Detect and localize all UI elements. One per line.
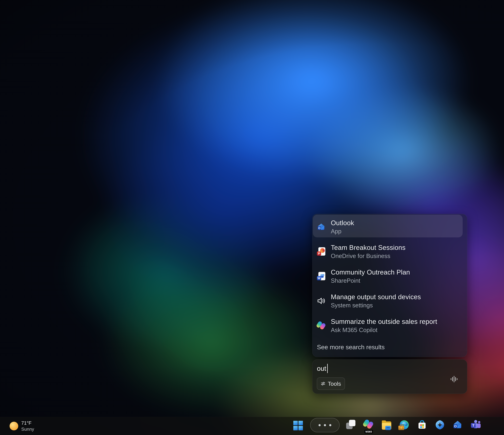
microsoft-store-icon [417,420,427,430]
microsoft-store-button[interactable] [417,420,427,430]
outlook-logo-letter: O [454,424,457,428]
task-view-icon [346,420,356,430]
speaker-icon [317,296,326,305]
search-result-manage-output-sound-devices[interactable]: Manage output sound devices System setti… [313,288,467,313]
result-title: Community Outreach Plan [331,268,410,276]
search-dot [329,424,331,426]
search-dot [319,424,321,426]
outlook-logo-letter: O [318,226,321,230]
teams-logo-letter: T [471,423,476,428]
sparkle-swirl-icon [435,420,445,430]
m365-copilot-app-button[interactable]: M365 [363,419,374,433]
voice-waveform-icon[interactable] [451,376,457,382]
search-result-community-outreach-plan[interactable]: W Community Outreach Plan SharePoint [313,264,467,288]
tools-button-label: Tools [328,380,341,387]
copilot-icon [317,321,326,330]
teams-icon: T [470,420,481,430]
search-input-value: out [317,365,326,372]
teams-button[interactable]: T [470,420,481,430]
result-title: Summarize the outside sales report [331,318,437,325]
result-title: Manage output sound devices [331,293,421,301]
result-title: Outlook [331,219,354,227]
outlook-icon: O [453,420,463,430]
word-logo-letter: W [317,276,321,280]
search-result-team-breakout-sessions[interactable]: P Team Breakout Sessions OneDrive for Bu… [313,239,467,264]
result-subtitle: OneDrive for Business [331,252,405,259]
sun-icon [9,422,18,430]
result-subtitle: App [331,228,354,235]
weather-condition: Sunny [21,426,34,432]
result-subtitle: SharePoint [331,277,410,284]
edge-browser-button[interactable] [399,420,409,430]
powerpoint-file-icon: P [317,247,326,256]
taskbar: 71°F Sunny M365 [0,417,504,435]
task-view-button[interactable] [346,420,356,430]
search-flyout: O Outlook App P Team Breakout Sessions O… [312,214,467,394]
search-input[interactable]: out [317,364,328,373]
search-input-card: out Tools [312,359,467,394]
weather-temperature: 71°F [21,420,34,426]
windows-logo-icon [293,421,303,430]
taskbar-search-box[interactable] [310,418,340,432]
outlook-app-icon: O [317,223,326,231]
sliders-icon [321,381,325,386]
m365-badge: M365 [364,430,373,433]
search-result-outlook[interactable]: O Outlook App [313,215,467,239]
powerpoint-logo-letter: P [317,252,321,256]
file-explorer-button[interactable] [382,420,392,430]
see-more-search-results-link[interactable]: See more search results [313,338,467,356]
m365-copilot-icon [363,419,373,429]
result-subtitle: Ask M365 Copilot [331,327,437,333]
search-dot [324,424,326,426]
weather-widget[interactable]: 71°F Sunny [9,417,34,435]
file-explorer-icon [382,420,392,430]
result-title: Team Breakout Sessions [331,244,405,251]
word-file-icon: W [317,272,326,280]
search-result-summarize-outside-sales-report[interactable]: Summarize the outside sales report Ask M… [313,313,467,338]
tools-button[interactable]: Tools [317,377,345,390]
result-subtitle: System settings [331,302,421,309]
start-button[interactable] [293,421,303,430]
search-results-card: O Outlook App P Team Breakout Sessions O… [312,214,467,357]
outlook-app-button[interactable]: O [453,420,463,430]
text-caret [327,364,328,373]
briefcase-icon [398,426,404,430]
ai-sparkle-app-button[interactable] [435,420,445,430]
edge-icon [399,420,409,430]
